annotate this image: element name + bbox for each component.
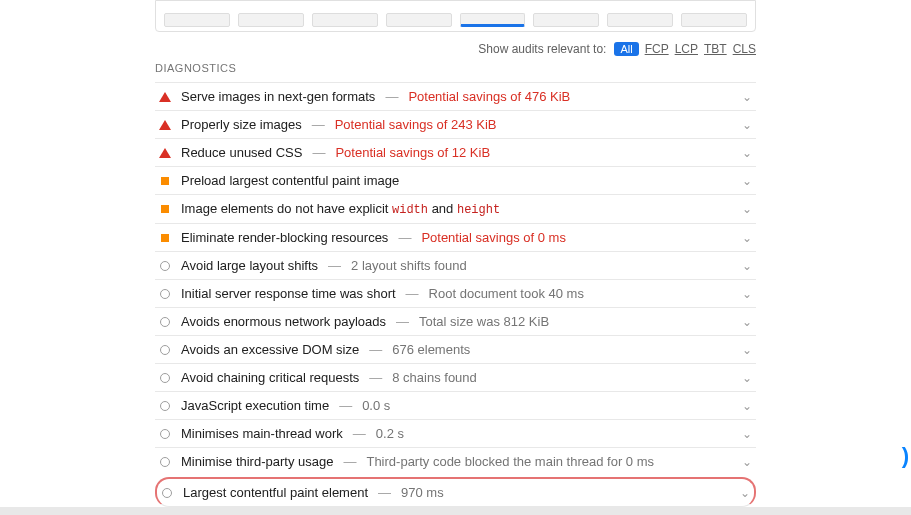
- audit-row[interactable]: Initial server response time was short—R…: [155, 279, 756, 307]
- chevron-down-icon: ⌄: [742, 343, 752, 357]
- audit-row[interactable]: Minimises main-thread work—0.2 s⌄: [155, 419, 756, 447]
- filmstrip-thumbnail[interactable]: [533, 13, 599, 27]
- separator: —: [369, 370, 382, 385]
- audit-list: Serve images in next-gen formats—Potenti…: [155, 82, 756, 507]
- audit-row[interactable]: Image elements do not have explicit widt…: [155, 194, 756, 223]
- audit-row[interactable]: Properly size images—Potential savings o…: [155, 110, 756, 138]
- fail-icon: [159, 92, 171, 102]
- pass-icon: [159, 373, 171, 383]
- pass-icon: [159, 429, 171, 439]
- pass-icon: [159, 289, 171, 299]
- audit-detail: Total size was 812 KiB: [419, 314, 549, 329]
- filmstrip-thumbnail[interactable]: [164, 13, 230, 27]
- audit-detail: Root document took 40 ms: [429, 286, 584, 301]
- pass-icon: [159, 345, 171, 355]
- separator: —: [328, 258, 341, 273]
- chevron-down-icon: ⌄: [742, 174, 752, 188]
- filter-label: Show audits relevant to:: [478, 42, 606, 56]
- audit-title: JavaScript execution time: [181, 398, 329, 413]
- audit-title: Properly size images: [181, 117, 302, 132]
- audit-detail: 8 chains found: [392, 370, 477, 385]
- filmstrip-thumbnail[interactable]: [681, 13, 747, 27]
- side-widget: ): [902, 443, 909, 469]
- chevron-down-icon: ⌄: [742, 287, 752, 301]
- audit-title: Reduce unused CSS: [181, 145, 302, 160]
- audit-row[interactable]: Serve images in next-gen formats—Potenti…: [155, 82, 756, 110]
- separator: —: [369, 342, 382, 357]
- chevron-down-icon: ⌄: [742, 371, 752, 385]
- pass-icon: [159, 317, 171, 327]
- audit-title: Initial server response time was short: [181, 286, 396, 301]
- chevron-down-icon: ⌄: [742, 315, 752, 329]
- chevron-down-icon: ⌄: [742, 90, 752, 104]
- filmstrip-card: [155, 0, 756, 32]
- audit-row[interactable]: Minimise third-party usage—Third-party c…: [155, 447, 756, 475]
- audit-title: Minimise third-party usage: [181, 454, 333, 469]
- chevron-down-icon: ⌄: [742, 427, 752, 441]
- audit-row[interactable]: Avoids an excessive DOM size—676 element…: [155, 335, 756, 363]
- audit-row[interactable]: Avoid chaining critical requests—8 chain…: [155, 363, 756, 391]
- warn-icon: [159, 177, 171, 185]
- filter-link-fcp[interactable]: FCP: [645, 42, 669, 56]
- filmstrip-thumbnail[interactable]: [607, 13, 673, 27]
- pass-icon: [159, 261, 171, 271]
- chevron-down-icon: ⌄: [742, 118, 752, 132]
- filmstrip-thumbnail[interactable]: [238, 13, 304, 27]
- audit-row[interactable]: Avoid large layout shifts—2 layout shift…: [155, 251, 756, 279]
- separator: —: [312, 117, 325, 132]
- audit-detail: Potential savings of 12 KiB: [335, 145, 490, 160]
- audit-row[interactable]: Largest contentful paint element—970 ms⌄: [155, 477, 756, 507]
- audit-title: Minimises main-thread work: [181, 426, 343, 441]
- fail-icon: [159, 148, 171, 158]
- separator: —: [339, 398, 352, 413]
- filter-link-lcp[interactable]: LCP: [675, 42, 698, 56]
- warn-icon: [159, 205, 171, 213]
- filmstrip-thumbnail[interactable]: [460, 13, 526, 27]
- audit-detail: Potential savings of 476 KiB: [408, 89, 570, 104]
- audit-title: Largest contentful paint element: [183, 485, 368, 500]
- audit-row[interactable]: Reduce unused CSS—Potential savings of 1…: [155, 138, 756, 166]
- audit-detail: 0.2 s: [376, 426, 404, 441]
- audit-row[interactable]: JavaScript execution time—0.0 s⌄: [155, 391, 756, 419]
- chevron-down-icon: ⌄: [742, 146, 752, 160]
- audit-title: Image elements do not have explicit widt…: [181, 201, 500, 217]
- audit-title: Avoids enormous network payloads: [181, 314, 386, 329]
- separator: —: [396, 314, 409, 329]
- filmstrip-thumbnail[interactable]: [386, 13, 452, 27]
- chevron-down-icon: ⌄: [740, 486, 750, 500]
- audit-title: Avoid large layout shifts: [181, 258, 318, 273]
- audit-row[interactable]: Preload largest contentful paint image⌄: [155, 166, 756, 194]
- fail-icon: [159, 120, 171, 130]
- audit-detail: Third-party code blocked the main thread…: [366, 454, 654, 469]
- filter-link-cls[interactable]: CLS: [733, 42, 756, 56]
- audit-detail: Potential savings of 0 ms: [421, 230, 566, 245]
- audit-detail: 970 ms: [401, 485, 444, 500]
- audit-title: Preload largest contentful paint image: [181, 173, 399, 188]
- separator: —: [398, 230, 411, 245]
- warn-icon: [159, 234, 171, 242]
- chevron-down-icon: ⌄: [742, 202, 752, 216]
- separator: —: [385, 89, 398, 104]
- audit-title: Avoid chaining critical requests: [181, 370, 359, 385]
- chevron-down-icon: ⌄: [742, 455, 752, 469]
- audit-detail: 676 elements: [392, 342, 470, 357]
- separator: —: [312, 145, 325, 160]
- filter-link-tbt[interactable]: TBT: [704, 42, 727, 56]
- audit-title: Serve images in next-gen formats: [181, 89, 375, 104]
- separator: —: [343, 454, 356, 469]
- audit-row[interactable]: Avoids enormous network payloads—Total s…: [155, 307, 756, 335]
- audit-title: Eliminate render-blocking resources: [181, 230, 388, 245]
- pass-icon: [161, 488, 173, 498]
- chevron-down-icon: ⌄: [742, 399, 752, 413]
- pass-icon: [159, 457, 171, 467]
- separator: —: [378, 485, 391, 500]
- audit-title: Avoids an excessive DOM size: [181, 342, 359, 357]
- audit-detail: 0.0 s: [362, 398, 390, 413]
- separator: —: [353, 426, 366, 441]
- pass-icon: [159, 401, 171, 411]
- audit-detail: 2 layout shifts found: [351, 258, 467, 273]
- filter-all-badge[interactable]: All: [614, 42, 638, 56]
- filmstrip-thumbnail[interactable]: [312, 13, 378, 27]
- chevron-down-icon: ⌄: [742, 231, 752, 245]
- audit-row[interactable]: Eliminate render-blocking resources—Pote…: [155, 223, 756, 251]
